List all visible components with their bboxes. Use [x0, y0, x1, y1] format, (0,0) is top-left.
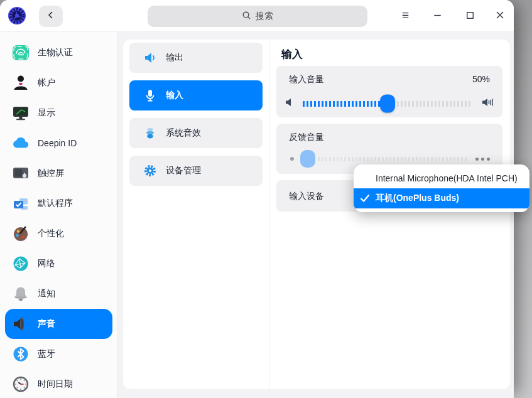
sidebar-item-label: 帐户: [38, 77, 55, 89]
bluetooth-icon: [11, 345, 30, 363]
sidebar-item-accounts[interactable]: 帐户: [5, 68, 112, 98]
close-icon: [494, 9, 506, 24]
minimize-icon: [432, 9, 443, 24]
close-button[interactable]: [491, 8, 509, 25]
menu-icon: [399, 9, 411, 24]
menu-button[interactable]: [396, 8, 414, 25]
app-logo-icon: [8, 6, 26, 25]
ellipsis-icon[interactable]: [475, 158, 490, 161]
sidebar-item-label: Deepin ID: [38, 138, 77, 148]
input-volume-label: 输入音量: [289, 74, 324, 85]
input-volume-fill: [303, 101, 388, 107]
sidebar-item-label: 显示: [38, 107, 55, 119]
gear-icon: [143, 164, 157, 178]
fingerprint-icon: [11, 43, 30, 62]
default-apps-icon: [11, 194, 30, 213]
back-button[interactable]: [39, 6, 63, 27]
cloud-icon: [11, 134, 30, 153]
sidebar-item-sound[interactable]: 声音: [5, 309, 112, 339]
tab-output[interactable]: 输出: [129, 43, 263, 73]
device-option-headphones[interactable]: 耳机(OnePlus Buds): [354, 188, 529, 208]
tab-device-management[interactable]: 设备管理: [129, 156, 263, 186]
volume-high-icon: [482, 98, 494, 109]
sidebar-item-label: 默认程序: [38, 198, 73, 209]
sidebar-item-label: 生物认证: [38, 47, 73, 58]
sidebar-item-label: 通知: [38, 288, 55, 299]
sidebar-item-label: 时间日期: [38, 379, 73, 390]
sidebar-item-deepin-id[interactable]: Deepin ID: [5, 128, 112, 158]
sidebar-item-label: 个性化: [38, 228, 64, 239]
input-volume-track[interactable]: [303, 101, 472, 107]
sidebar-item-network[interactable]: 网络: [5, 249, 112, 279]
device-option-label: 耳机(OnePlus Buds): [376, 193, 459, 204]
tab-label: 输出: [166, 52, 183, 63]
slider-min-dot: [290, 157, 294, 161]
clock-icon: [11, 375, 30, 394]
sidebar-item-notifications[interactable]: 通知: [5, 279, 112, 309]
sidebar-item-label: 蓝牙: [38, 348, 55, 360]
tab-label: 输入: [166, 90, 183, 101]
sidebar-item-default-apps[interactable]: 默认程序: [5, 188, 112, 218]
device-option-internal-mic[interactable]: Internal Microphone(HDA Intel PCH): [354, 168, 529, 188]
sidebar: 生物认证 帐户 显示 Deepin ID 触控屏: [0, 32, 117, 398]
tab-label: 设备管理: [166, 165, 201, 176]
sidebar-item-datetime[interactable]: 时间日期: [5, 369, 112, 398]
tab-label: 系统音效: [166, 127, 201, 139]
sidebar-item-display[interactable]: 显示: [5, 98, 112, 128]
speaker-icon: [11, 315, 30, 333]
sidebar-item-label: 声音: [38, 318, 55, 330]
input-volume-thumb[interactable]: [380, 95, 395, 113]
maximize-button[interactable]: [461, 8, 479, 25]
feedback-volume-label: 反馈音量: [289, 132, 324, 143]
search-placeholder: 搜索: [256, 11, 273, 22]
input-volume-value: 50%: [472, 74, 490, 84]
bell-icon: [11, 284, 30, 303]
sidebar-item-biometric[interactable]: 生物认证: [5, 38, 112, 68]
feedback-volume-thumb[interactable]: [300, 150, 315, 168]
sidebar-item-label: 触控屏: [38, 168, 64, 179]
page-title: 输入: [281, 47, 303, 62]
maximize-icon: [464, 9, 476, 24]
network-icon: [11, 254, 30, 273]
titlebar: 搜索: [0, 0, 514, 32]
content-panel: 输出 输入 系统音效 设备管理 输入 输入音量 50%: [123, 40, 510, 389]
sidebar-item-bluetooth[interactable]: 蓝牙: [5, 339, 112, 369]
input-device-label: 输入设备: [289, 180, 324, 212]
search-icon: [242, 11, 251, 22]
personalization-icon: [11, 224, 30, 243]
back-icon: [46, 10, 56, 23]
input-volume-slider: [285, 94, 494, 114]
device-option-label: Internal Microphone(HDA Intel PCH): [376, 173, 518, 183]
check-icon: [360, 194, 370, 203]
system-sound-icon: [143, 126, 157, 140]
display-icon: [11, 104, 30, 122]
tab-input[interactable]: 输入: [129, 80, 263, 110]
sidebar-item-touchscreen[interactable]: 触控屏: [5, 158, 112, 188]
input-device-popup: Internal Microphone(HDA Intel PCH) 耳机(On…: [354, 164, 529, 212]
input-volume-card: 输入音量 50%: [276, 66, 502, 117]
feedback-volume-track[interactable]: [318, 157, 467, 161]
sidebar-item-label: 网络: [38, 258, 55, 269]
panel-divider: [269, 40, 269, 389]
sidebar-item-personalization[interactable]: 个性化: [5, 218, 112, 249]
search-input[interactable]: 搜索: [148, 6, 367, 27]
volume-low-icon: [285, 98, 293, 109]
microphone-icon: [143, 89, 157, 102]
minimize-button[interactable]: [428, 8, 446, 25]
tab-system-sound[interactable]: 系统音效: [129, 118, 263, 148]
speaker-output-icon: [143, 51, 157, 65]
user-icon: [11, 73, 30, 92]
touchscreen-icon: [11, 164, 30, 183]
